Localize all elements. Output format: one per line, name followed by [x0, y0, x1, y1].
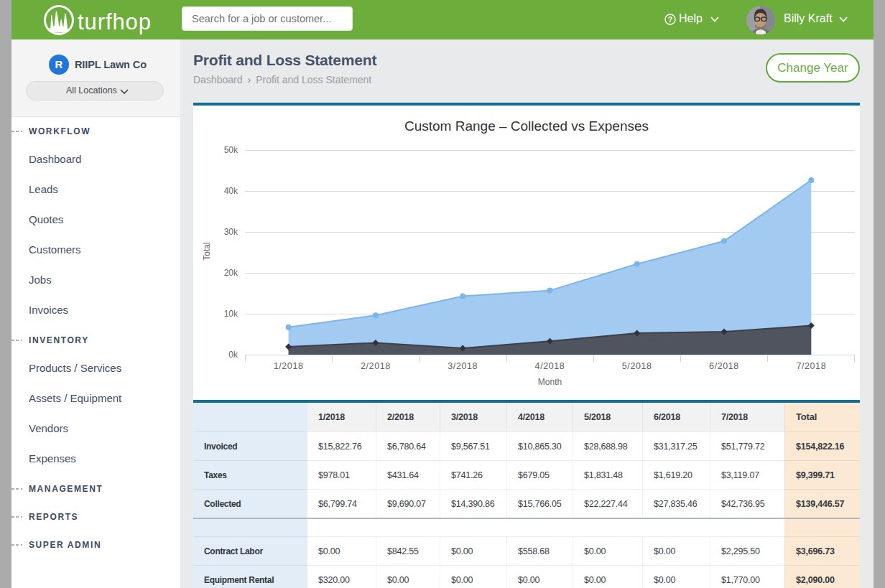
svg-text:2/2018: 2/2018 [361, 361, 391, 371]
svg-text:30k: 30k [224, 227, 238, 237]
svg-text:3/2018: 3/2018 [448, 361, 478, 371]
svg-text:20k: 20k [224, 268, 238, 278]
svg-text:Custom Range – Collected vs Ex: Custom Range – Collected vs Expenses [404, 118, 649, 134]
svg-text:Month: Month [538, 377, 562, 387]
svg-text:5/2018: 5/2018 [622, 361, 652, 371]
svg-text:?: ? [668, 15, 672, 24]
svg-text:40k: 40k [224, 186, 238, 196]
svg-text:1/2018: 1/2018 [274, 361, 304, 371]
svg-text:10k: 10k [224, 309, 238, 319]
svg-text:Total: Total [202, 242, 212, 260]
svg-text:50k: 50k [224, 145, 238, 155]
svg-text:0k: 0k [228, 350, 238, 360]
svg-text:6/2018: 6/2018 [709, 361, 739, 371]
svg-text:7/2018: 7/2018 [796, 361, 826, 371]
svg-text:4/2018: 4/2018 [535, 361, 565, 371]
